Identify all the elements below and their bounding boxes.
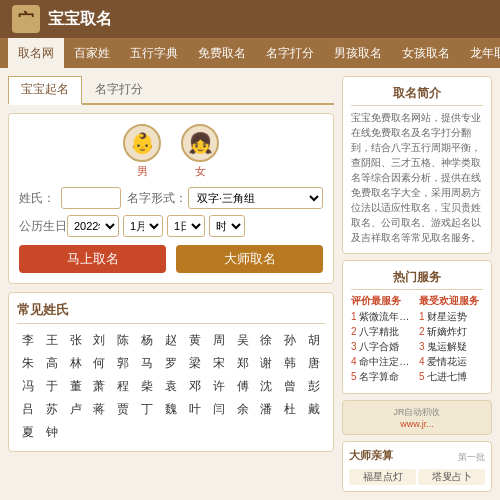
surname-item[interactable]: 吕: [17, 399, 39, 420]
surname-item[interactable]: 周: [208, 330, 230, 351]
zodiac-item[interactable]: 塔叟占卜: [418, 469, 485, 485]
surname-row: 姓氏： 名字形式： 双字·三角组 单字 双字: [19, 187, 323, 209]
surname-item[interactable]: 吴: [232, 330, 254, 351]
surname-item[interactable]: 叶: [184, 399, 206, 420]
service-col2-item[interactable]: 1 财星运势: [419, 310, 483, 324]
style-label: 名字形式：: [127, 190, 182, 207]
surname-item[interactable]: 魏: [160, 399, 182, 420]
surname-item[interactable]: 赵: [160, 330, 182, 351]
banner-box[interactable]: JR自动积收 www.jr...: [342, 400, 492, 435]
site-title: 宝宝取名: [48, 9, 112, 30]
surname-item[interactable]: 丁: [136, 399, 158, 420]
nav-item-surnames[interactable]: 百家姓: [64, 38, 120, 68]
intro-box: 取名简介 宝宝免费取名网站，提供专业在线免费取名及名字打分翻到，结合八字五行周期…: [342, 76, 492, 254]
ai-name-button[interactable]: 大师取名: [176, 245, 323, 273]
surname-item[interactable]: 陈: [112, 330, 134, 351]
surname-item[interactable]: 郭: [112, 353, 134, 374]
surname-item[interactable]: 潘: [255, 399, 277, 420]
time-select[interactable]: 时 子时: [209, 215, 245, 237]
surname-item[interactable]: 闫: [208, 399, 230, 420]
surname-item[interactable]: 傅: [232, 376, 254, 397]
surname-item[interactable]: 郑: [232, 353, 254, 374]
surname-item[interactable]: 邓: [184, 376, 206, 397]
surname-item[interactable]: 杨: [136, 330, 158, 351]
service-col1-item[interactable]: 4 命中注定你一生: [351, 355, 415, 369]
nav-item-free[interactable]: 免费取名: [188, 38, 256, 68]
surname-item[interactable]: 董: [65, 376, 87, 397]
name-style-select[interactable]: 双字·三角组 单字 双字: [188, 187, 323, 209]
service-col2-item[interactable]: 4 爱情花运: [419, 355, 483, 369]
tab-scoring[interactable]: 名字打分: [82, 76, 156, 103]
surname-item[interactable]: 彭: [303, 376, 325, 397]
nav-item-naming[interactable]: 取名网: [8, 38, 64, 68]
baby-boy-figure[interactable]: 👶 男: [123, 124, 161, 179]
surname-item[interactable]: 萧: [89, 376, 111, 397]
surname-item[interactable]: 何: [89, 353, 111, 374]
surname-item[interactable]: 卢: [65, 399, 87, 420]
surname-item[interactable]: 苏: [41, 399, 63, 420]
surname-item[interactable]: 谢: [255, 353, 277, 374]
baby-boy-label: 男: [137, 164, 148, 179]
surname-item[interactable]: 朱: [17, 353, 39, 374]
service-col2-item[interactable]: 5 七进七博: [419, 370, 483, 384]
surname-input[interactable]: [61, 187, 121, 209]
day-select[interactable]: 1日 2日 31日: [167, 215, 205, 237]
surname-item[interactable]: 钟: [41, 422, 63, 443]
surname-item[interactable]: 刘: [89, 330, 111, 351]
surname-item[interactable]: 戴: [303, 399, 325, 420]
nav-item-score[interactable]: 名字打分: [256, 38, 324, 68]
tab-naming[interactable]: 宝宝起名: [8, 76, 82, 105]
surname-item[interactable]: 徐: [255, 330, 277, 351]
year-select[interactable]: 2022年 2021年 2023年: [67, 215, 119, 237]
service-col1-item[interactable]: 2 八字精批: [351, 325, 415, 339]
main-tabs: 宝宝起名 名字打分: [8, 76, 334, 105]
month-select[interactable]: 1月 2月 12月: [123, 215, 163, 237]
service-col1-item[interactable]: 5 名字算命: [351, 370, 415, 384]
surname-item[interactable]: 宋: [208, 353, 230, 374]
naming-form: 👶 男 👧 女 姓氏： 名字形式： 双字·三角组 单字 双字: [8, 113, 334, 284]
intro-text: 宝宝免费取名网站，提供专业在线免费取名及名字打分翻到，结合八字五行周期平衡，查阴…: [351, 110, 483, 245]
surname-item[interactable]: 许: [208, 376, 230, 397]
surname-item[interactable]: 于: [41, 376, 63, 397]
surname-item[interactable]: 夏: [17, 422, 39, 443]
surname-item[interactable]: 唐: [303, 353, 325, 374]
service-col1-item[interactable]: 3 八字合婚: [351, 340, 415, 354]
surname-item[interactable]: 黄: [184, 330, 206, 351]
surname-item[interactable]: 林: [65, 353, 87, 374]
nav-item-boy[interactable]: 男孩取名: [324, 38, 392, 68]
zodiac-item[interactable]: 福星点灯: [349, 469, 416, 485]
surname-item[interactable]: 程: [112, 376, 134, 397]
surname-item[interactable]: 胡: [303, 330, 325, 351]
surname-item[interactable]: 孙: [279, 330, 301, 351]
service-col2-item[interactable]: 3 鬼运解疑: [419, 340, 483, 354]
service-list: 1 紫微流年运势 1 财星运势 2 八字精批 2 斩嫡炸灯 3 八字合婚 3 鬼…: [351, 310, 483, 384]
surname-item[interactable]: 高: [41, 353, 63, 374]
surname-item[interactable]: 柴: [136, 376, 158, 397]
nav-item-wuxing[interactable]: 五行字典: [120, 38, 188, 68]
zodiac-grid: 福星点灯塔叟占卜: [349, 469, 485, 485]
surname-item[interactable]: 罗: [160, 353, 182, 374]
surname-item[interactable]: 袁: [160, 376, 182, 397]
surname-item[interactable]: 马: [136, 353, 158, 374]
birthday-label: 公历生日：: [19, 218, 63, 235]
surname-item[interactable]: 王: [41, 330, 63, 351]
surname-item[interactable]: 冯: [17, 376, 39, 397]
logo-icon: 宀: [12, 5, 40, 33]
quick-name-button[interactable]: 马上取名: [19, 245, 166, 273]
service-row: 5 名字算命 5 七进七博: [351, 370, 483, 384]
baby-girl-figure[interactable]: 👧 女: [181, 124, 219, 179]
surname-item[interactable]: 梁: [184, 353, 206, 374]
service-col1-item[interactable]: 1 紫微流年运势: [351, 310, 415, 324]
surname-item[interactable]: 张: [65, 330, 87, 351]
surname-item[interactable]: 李: [17, 330, 39, 351]
service-col2-item[interactable]: 2 斩嫡炸灯: [419, 325, 483, 339]
nav-item-girl[interactable]: 女孩取名: [392, 38, 460, 68]
surname-item[interactable]: 余: [232, 399, 254, 420]
surname-item[interactable]: 杜: [279, 399, 301, 420]
surname-item[interactable]: 贾: [112, 399, 134, 420]
nav-item-dragon[interactable]: 龙年取名: [460, 38, 500, 68]
surname-item[interactable]: 蒋: [89, 399, 111, 420]
surname-item[interactable]: 曾: [279, 376, 301, 397]
surname-item[interactable]: 韩: [279, 353, 301, 374]
surname-item[interactable]: 沈: [255, 376, 277, 397]
